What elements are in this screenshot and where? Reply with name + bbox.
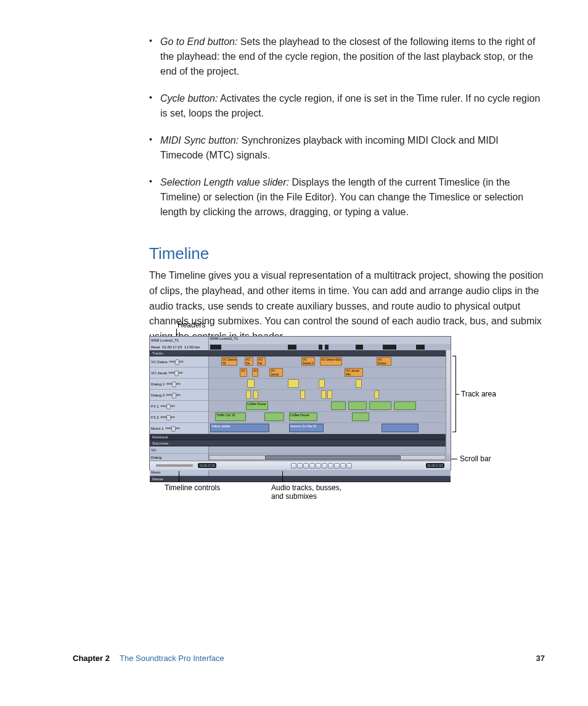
read-row-left: Read 01:00:17:23 11:50 bar xyxy=(150,344,209,350)
group-header-submixes: Submixes xyxy=(150,440,451,446)
ruler xyxy=(209,344,451,350)
callout-headers: Headers xyxy=(178,321,205,329)
definition-item: MIDI Sync button: Synchronizes playback … xyxy=(149,133,544,163)
footer-chapter: Chapter 2 xyxy=(73,654,110,663)
track-header: Dialog 1 xyxy=(150,379,208,390)
term: Go to End button: xyxy=(160,36,237,47)
callout-lead xyxy=(456,394,459,395)
term: Selection Length value slider: xyxy=(160,177,289,187)
callout-audio-tracks: Audio tracks, busses, and submixes xyxy=(271,483,370,501)
track-header: VO Jacob xyxy=(150,367,208,379)
definition-item: Go to End button: Sets the playhead to t… xyxy=(149,35,544,79)
track-header: Dialog 2 xyxy=(150,390,208,401)
group-header-master: Master xyxy=(150,476,451,482)
callout-timeline-controls: Timeline controls xyxy=(165,483,220,492)
callout-lead xyxy=(179,471,179,482)
term: Cycle button: xyxy=(160,93,218,104)
timecode-display: 01:00:17:23 xyxy=(426,463,444,468)
timeline-controls-bar: 01:00:17:23 01:00:17:23 xyxy=(150,461,451,470)
group-header-multitrack: Multitrack xyxy=(150,434,451,440)
definition-list: Go to End button: Sets the playhead to t… xyxy=(149,35,544,220)
section-body: The Timeline gives you a visual represen… xyxy=(149,268,544,345)
footer-page-number: 37 xyxy=(536,654,545,663)
track-header: VO Debra xyxy=(150,356,208,367)
callout-lead xyxy=(176,329,177,336)
callout-track-area: Track area xyxy=(461,390,496,398)
definition-item: Cycle button: Activates the cycle region… xyxy=(149,91,544,121)
timeline-title-left: 0099 Lustra2_T1 xyxy=(150,337,209,344)
term-desc: Activates the cycle region, if one is se… xyxy=(160,93,540,118)
horizontal-scrollbar xyxy=(209,455,446,460)
timeline-figure: 0099 Lustra2_T1 0099 Lustra2_T1 Read 01:… xyxy=(149,336,451,470)
zoom-slider xyxy=(156,464,193,467)
group-header-tracks: Tracks xyxy=(150,350,451,356)
vertical-scrollbar xyxy=(446,350,451,454)
callout-lead xyxy=(451,459,457,459)
section-heading: Timeline xyxy=(149,244,544,263)
transport-buttons xyxy=(291,463,352,469)
track-header: FX 1 xyxy=(150,401,208,412)
track-area: VO Debra 02 VO De VO De VO Debra 0 VO De… xyxy=(209,356,451,434)
bus-header: VO xyxy=(150,446,208,454)
track-header: FX 2 xyxy=(150,412,208,423)
footer-title: The Soundtrack Pro Interface xyxy=(120,654,224,663)
callout-scroll-bar: Scroll bar xyxy=(460,454,491,463)
page-footer: Chapter 2 The Soundtrack Pro Interface 3… xyxy=(73,654,545,663)
timecode-display: 01:00:17:23 xyxy=(198,463,216,468)
timeline-title-right: 0099 Lustra2_T1 xyxy=(209,337,451,344)
callout-lead xyxy=(282,471,283,482)
term: MIDI Sync button: xyxy=(160,135,239,146)
definition-item: Selection Length value slider: Displays … xyxy=(149,175,544,220)
track-header: Music 1 xyxy=(150,423,208,434)
